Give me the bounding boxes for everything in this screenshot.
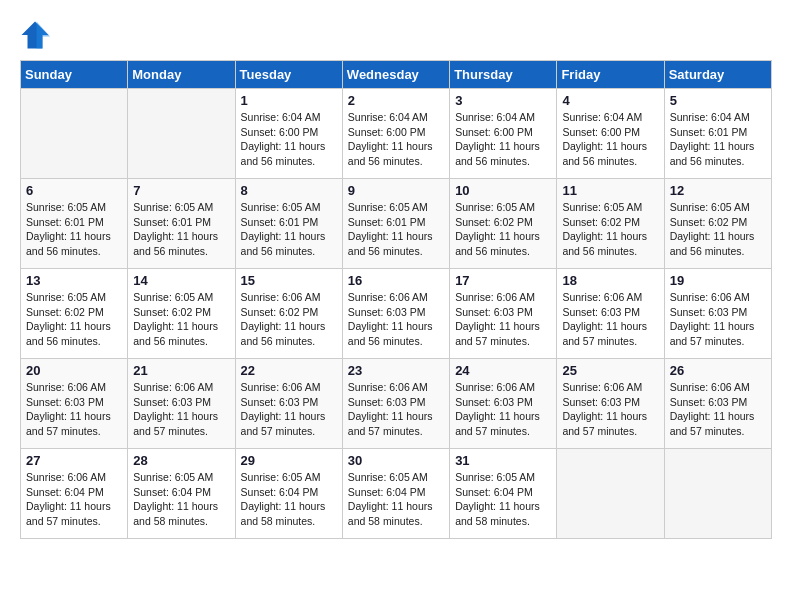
day-number: 21 xyxy=(133,363,229,378)
calendar-cell: 3Sunrise: 6:04 AM Sunset: 6:00 PM Daylig… xyxy=(450,89,557,179)
day-number: 27 xyxy=(26,453,122,468)
cell-info: Sunrise: 6:05 AM Sunset: 6:04 PM Dayligh… xyxy=(241,470,337,529)
cell-info: Sunrise: 6:05 AM Sunset: 6:02 PM Dayligh… xyxy=(133,290,229,349)
logo-icon xyxy=(20,20,50,50)
calendar-cell: 20Sunrise: 6:06 AM Sunset: 6:03 PM Dayli… xyxy=(21,359,128,449)
weekday-header: Wednesday xyxy=(342,61,449,89)
cell-info: Sunrise: 6:06 AM Sunset: 6:03 PM Dayligh… xyxy=(455,290,551,349)
calendar-cell: 18Sunrise: 6:06 AM Sunset: 6:03 PM Dayli… xyxy=(557,269,664,359)
day-number: 16 xyxy=(348,273,444,288)
calendar-cell: 27Sunrise: 6:06 AM Sunset: 6:04 PM Dayli… xyxy=(21,449,128,539)
weekday-header: Tuesday xyxy=(235,61,342,89)
cell-info: Sunrise: 6:05 AM Sunset: 6:02 PM Dayligh… xyxy=(26,290,122,349)
calendar-cell: 14Sunrise: 6:05 AM Sunset: 6:02 PM Dayli… xyxy=(128,269,235,359)
day-number: 7 xyxy=(133,183,229,198)
cell-info: Sunrise: 6:06 AM Sunset: 6:02 PM Dayligh… xyxy=(241,290,337,349)
calendar-cell: 11Sunrise: 6:05 AM Sunset: 6:02 PM Dayli… xyxy=(557,179,664,269)
cell-info: Sunrise: 6:05 AM Sunset: 6:01 PM Dayligh… xyxy=(26,200,122,259)
calendar-cell: 30Sunrise: 6:05 AM Sunset: 6:04 PM Dayli… xyxy=(342,449,449,539)
day-number: 20 xyxy=(26,363,122,378)
day-number: 22 xyxy=(241,363,337,378)
day-number: 9 xyxy=(348,183,444,198)
cell-info: Sunrise: 6:06 AM Sunset: 6:03 PM Dayligh… xyxy=(26,380,122,439)
weekday-header: Saturday xyxy=(664,61,771,89)
calendar-week-row: 27Sunrise: 6:06 AM Sunset: 6:04 PM Dayli… xyxy=(21,449,772,539)
calendar-cell: 22Sunrise: 6:06 AM Sunset: 6:03 PM Dayli… xyxy=(235,359,342,449)
cell-info: Sunrise: 6:04 AM Sunset: 6:00 PM Dayligh… xyxy=(562,110,658,169)
calendar-cell xyxy=(21,89,128,179)
day-number: 1 xyxy=(241,93,337,108)
calendar-cell: 9Sunrise: 6:05 AM Sunset: 6:01 PM Daylig… xyxy=(342,179,449,269)
weekday-header: Thursday xyxy=(450,61,557,89)
cell-info: Sunrise: 6:04 AM Sunset: 6:00 PM Dayligh… xyxy=(241,110,337,169)
calendar-cell: 19Sunrise: 6:06 AM Sunset: 6:03 PM Dayli… xyxy=(664,269,771,359)
cell-info: Sunrise: 6:05 AM Sunset: 6:04 PM Dayligh… xyxy=(455,470,551,529)
cell-info: Sunrise: 6:06 AM Sunset: 6:03 PM Dayligh… xyxy=(562,290,658,349)
day-number: 5 xyxy=(670,93,766,108)
calendar-cell: 10Sunrise: 6:05 AM Sunset: 6:02 PM Dayli… xyxy=(450,179,557,269)
cell-info: Sunrise: 6:06 AM Sunset: 6:03 PM Dayligh… xyxy=(348,380,444,439)
day-number: 30 xyxy=(348,453,444,468)
cell-info: Sunrise: 6:05 AM Sunset: 6:04 PM Dayligh… xyxy=(348,470,444,529)
calendar-table: SundayMondayTuesdayWednesdayThursdayFrid… xyxy=(20,60,772,539)
day-number: 29 xyxy=(241,453,337,468)
calendar-cell: 13Sunrise: 6:05 AM Sunset: 6:02 PM Dayli… xyxy=(21,269,128,359)
cell-info: Sunrise: 6:05 AM Sunset: 6:01 PM Dayligh… xyxy=(348,200,444,259)
calendar-cell: 25Sunrise: 6:06 AM Sunset: 6:03 PM Dayli… xyxy=(557,359,664,449)
day-number: 10 xyxy=(455,183,551,198)
page-header xyxy=(20,20,772,50)
calendar-cell: 7Sunrise: 6:05 AM Sunset: 6:01 PM Daylig… xyxy=(128,179,235,269)
calendar-cell: 21Sunrise: 6:06 AM Sunset: 6:03 PM Dayli… xyxy=(128,359,235,449)
calendar-cell: 29Sunrise: 6:05 AM Sunset: 6:04 PM Dayli… xyxy=(235,449,342,539)
calendar-cell: 5Sunrise: 6:04 AM Sunset: 6:01 PM Daylig… xyxy=(664,89,771,179)
weekday-header: Sunday xyxy=(21,61,128,89)
weekday-header: Friday xyxy=(557,61,664,89)
cell-info: Sunrise: 6:05 AM Sunset: 6:04 PM Dayligh… xyxy=(133,470,229,529)
day-number: 25 xyxy=(562,363,658,378)
day-number: 4 xyxy=(562,93,658,108)
day-number: 17 xyxy=(455,273,551,288)
calendar-cell: 4Sunrise: 6:04 AM Sunset: 6:00 PM Daylig… xyxy=(557,89,664,179)
cell-info: Sunrise: 6:06 AM Sunset: 6:03 PM Dayligh… xyxy=(562,380,658,439)
cell-info: Sunrise: 6:04 AM Sunset: 6:01 PM Dayligh… xyxy=(670,110,766,169)
day-number: 26 xyxy=(670,363,766,378)
calendar-body: 1Sunrise: 6:04 AM Sunset: 6:00 PM Daylig… xyxy=(21,89,772,539)
cell-info: Sunrise: 6:06 AM Sunset: 6:03 PM Dayligh… xyxy=(670,290,766,349)
cell-info: Sunrise: 6:05 AM Sunset: 6:01 PM Dayligh… xyxy=(133,200,229,259)
calendar-week-row: 1Sunrise: 6:04 AM Sunset: 6:00 PM Daylig… xyxy=(21,89,772,179)
calendar-cell: 2Sunrise: 6:04 AM Sunset: 6:00 PM Daylig… xyxy=(342,89,449,179)
calendar-header-row: SundayMondayTuesdayWednesdayThursdayFrid… xyxy=(21,61,772,89)
day-number: 3 xyxy=(455,93,551,108)
cell-info: Sunrise: 6:06 AM Sunset: 6:03 PM Dayligh… xyxy=(133,380,229,439)
day-number: 28 xyxy=(133,453,229,468)
cell-info: Sunrise: 6:04 AM Sunset: 6:00 PM Dayligh… xyxy=(455,110,551,169)
day-number: 14 xyxy=(133,273,229,288)
cell-info: Sunrise: 6:06 AM Sunset: 6:03 PM Dayligh… xyxy=(348,290,444,349)
calendar-cell xyxy=(557,449,664,539)
cell-info: Sunrise: 6:05 AM Sunset: 6:02 PM Dayligh… xyxy=(670,200,766,259)
day-number: 23 xyxy=(348,363,444,378)
day-number: 15 xyxy=(241,273,337,288)
calendar-cell: 26Sunrise: 6:06 AM Sunset: 6:03 PM Dayli… xyxy=(664,359,771,449)
cell-info: Sunrise: 6:05 AM Sunset: 6:02 PM Dayligh… xyxy=(562,200,658,259)
cell-info: Sunrise: 6:05 AM Sunset: 6:02 PM Dayligh… xyxy=(455,200,551,259)
cell-info: Sunrise: 6:06 AM Sunset: 6:03 PM Dayligh… xyxy=(455,380,551,439)
calendar-week-row: 13Sunrise: 6:05 AM Sunset: 6:02 PM Dayli… xyxy=(21,269,772,359)
weekday-header: Monday xyxy=(128,61,235,89)
day-number: 2 xyxy=(348,93,444,108)
calendar-cell: 1Sunrise: 6:04 AM Sunset: 6:00 PM Daylig… xyxy=(235,89,342,179)
cell-info: Sunrise: 6:06 AM Sunset: 6:03 PM Dayligh… xyxy=(670,380,766,439)
calendar-cell: 23Sunrise: 6:06 AM Sunset: 6:03 PM Dayli… xyxy=(342,359,449,449)
cell-info: Sunrise: 6:04 AM Sunset: 6:00 PM Dayligh… xyxy=(348,110,444,169)
day-number: 13 xyxy=(26,273,122,288)
svg-marker-1 xyxy=(37,22,51,49)
day-number: 18 xyxy=(562,273,658,288)
calendar-cell: 15Sunrise: 6:06 AM Sunset: 6:02 PM Dayli… xyxy=(235,269,342,359)
calendar-week-row: 20Sunrise: 6:06 AM Sunset: 6:03 PM Dayli… xyxy=(21,359,772,449)
cell-info: Sunrise: 6:06 AM Sunset: 6:04 PM Dayligh… xyxy=(26,470,122,529)
calendar-cell: 12Sunrise: 6:05 AM Sunset: 6:02 PM Dayli… xyxy=(664,179,771,269)
day-number: 24 xyxy=(455,363,551,378)
day-number: 8 xyxy=(241,183,337,198)
calendar-cell: 6Sunrise: 6:05 AM Sunset: 6:01 PM Daylig… xyxy=(21,179,128,269)
logo xyxy=(20,20,52,50)
